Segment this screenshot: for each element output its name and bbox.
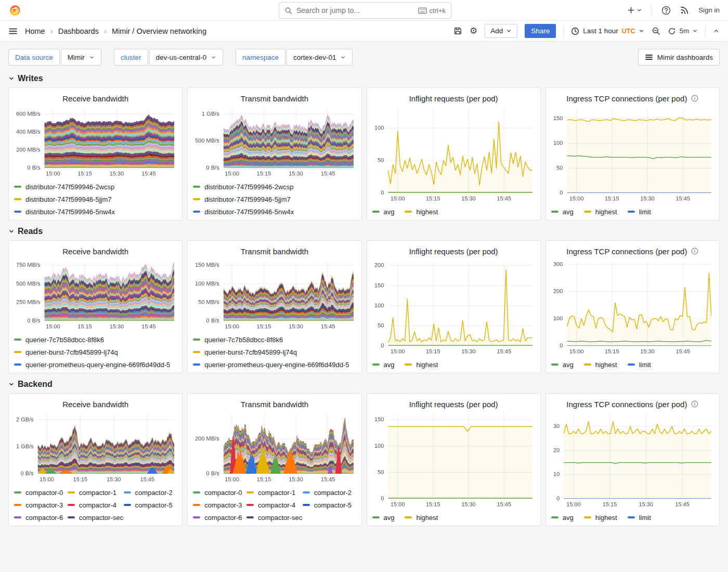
news-button[interactable] bbox=[680, 6, 689, 15]
time-range-picker[interactable]: Last 1 hour UTC bbox=[571, 27, 644, 35]
panel-title[interactable]: Transmit bandwidth bbox=[241, 94, 308, 103]
legend-item[interactable]: highest bbox=[405, 361, 438, 369]
info-icon[interactable] bbox=[691, 400, 698, 408]
legend-item[interactable]: limit bbox=[628, 208, 651, 216]
legend-item[interactable]: highest bbox=[584, 208, 617, 216]
mimir-dashboards-button[interactable]: Mimir dashboards bbox=[638, 49, 720, 66]
question-circle-icon bbox=[661, 6, 671, 15]
search-box[interactable]: ctrl+k bbox=[279, 2, 451, 19]
legend-item[interactable]: compactor-6 bbox=[14, 511, 68, 524]
legend-item[interactable]: avg bbox=[372, 514, 395, 522]
chevron-down-icon bbox=[636, 7, 642, 13]
chart-canvas[interactable] bbox=[14, 410, 177, 484]
legend-item[interactable]: querier-prometheus-query-engine-669f6d49… bbox=[14, 358, 177, 371]
legend-item[interactable]: querier-7c7b58dbcc-8f8k6 bbox=[193, 333, 356, 346]
panel-title[interactable]: Ingress TCP connections (per pod) bbox=[566, 400, 687, 409]
legend-item[interactable]: compactor-5 bbox=[124, 499, 177, 511]
breadcrumb-home[interactable]: Home bbox=[25, 27, 45, 35]
panel-title[interactable]: Receive bandwidth bbox=[62, 94, 128, 103]
legend-item[interactable]: querier-burst-7cfb945899-lj74q bbox=[193, 346, 356, 358]
legend-item[interactable]: querier-burst-7cfb945899-lj74q bbox=[14, 346, 177, 358]
chart-canvas[interactable] bbox=[551, 105, 714, 203]
legend-item[interactable]: avg bbox=[372, 361, 395, 369]
legend-item[interactable]: compactor-4 bbox=[246, 499, 303, 511]
save-dashboard-button[interactable] bbox=[453, 27, 462, 35]
legend-item[interactable]: avg bbox=[551, 514, 574, 522]
legend-item[interactable]: compactor-3 bbox=[193, 499, 246, 511]
legend-item[interactable]: highest bbox=[584, 514, 617, 522]
panel-title[interactable]: Ingress TCP connections (per pod) bbox=[566, 94, 687, 103]
grafana-logo[interactable] bbox=[8, 4, 22, 17]
chart-canvas[interactable] bbox=[14, 257, 177, 331]
panel-title[interactable]: Receive bandwidth bbox=[62, 400, 128, 409]
sign-in-button[interactable]: Sign in bbox=[698, 6, 720, 14]
section-header-writes[interactable]: Writes bbox=[0, 68, 728, 87]
legend-series-marker bbox=[193, 339, 200, 341]
legend-item[interactable]: compactor-secondary-0 bbox=[246, 511, 303, 524]
legend-item[interactable]: avg bbox=[551, 208, 574, 216]
legend-item[interactable]: distributor-747f599946-5nw4x bbox=[14, 205, 177, 218]
datasource-select[interactable]: Mimir bbox=[61, 49, 101, 66]
legend-item[interactable]: compactor-6 bbox=[193, 511, 246, 524]
chart-canvas[interactable] bbox=[193, 257, 356, 331]
legend-item[interactable]: compactor-0 bbox=[193, 486, 246, 499]
legend-item[interactable]: distributor-747f599946-5jjm7 bbox=[193, 193, 356, 205]
legend-item[interactable]: limit bbox=[628, 361, 651, 369]
chart-canvas[interactable] bbox=[372, 257, 535, 356]
chart-canvas[interactable] bbox=[372, 105, 535, 203]
section-header-reads[interactable]: Reads bbox=[0, 220, 728, 240]
legend-item[interactable]: avg bbox=[551, 361, 574, 369]
search-input[interactable] bbox=[296, 6, 414, 15]
legend-item[interactable]: distributor-747f599946-2wcsp bbox=[14, 180, 177, 193]
collapse-toolbar-button[interactable] bbox=[713, 28, 720, 34]
panel-title[interactable]: Transmit bandwidth bbox=[241, 247, 308, 256]
legend-item[interactable]: compactor-0 bbox=[14, 486, 68, 499]
chart-canvas[interactable] bbox=[551, 257, 714, 356]
chart-canvas[interactable] bbox=[551, 410, 714, 509]
legend-item[interactable]: avg bbox=[372, 208, 395, 216]
panel-title[interactable]: Inflight requests (per pod) bbox=[409, 400, 498, 409]
legend-item[interactable]: highest bbox=[405, 208, 438, 216]
chart-canvas[interactable] bbox=[14, 105, 177, 178]
dashboard-settings-button[interactable]: ⚙ bbox=[470, 27, 477, 35]
legend-series-marker bbox=[551, 211, 558, 213]
cluster-select[interactable]: dev-us-central-0 bbox=[149, 49, 224, 66]
refresh-button[interactable]: 5m bbox=[668, 27, 698, 35]
legend-item[interactable]: limit bbox=[628, 514, 651, 522]
share-button[interactable]: Share bbox=[525, 24, 556, 38]
legend-item[interactable]: compactor-5 bbox=[303, 499, 356, 511]
legend-item[interactable]: compactor-2 bbox=[303, 486, 356, 499]
legend-item[interactable]: compactor-2 bbox=[124, 486, 177, 499]
panel-writes-receive-bandwidth: Receive bandwidth distributor-747f599946… bbox=[8, 87, 183, 220]
legend-item[interactable]: compactor-1 bbox=[246, 486, 303, 499]
legend-item[interactable]: querier-prometheus-query-engine-669f6d49… bbox=[193, 358, 356, 371]
chart-canvas[interactable] bbox=[193, 410, 356, 484]
legend-item[interactable]: highest bbox=[405, 514, 438, 522]
panel-title[interactable]: Receive bandwidth bbox=[62, 247, 128, 256]
legend-item[interactable]: compactor-1 bbox=[68, 486, 124, 499]
chart-canvas[interactable] bbox=[193, 105, 356, 178]
add-button[interactable]: Add bbox=[485, 24, 517, 38]
panel-title[interactable]: Ingress TCP connections (per pod) bbox=[566, 247, 687, 256]
panel-title[interactable]: Inflight requests (per pod) bbox=[409, 247, 498, 256]
section-header-backend[interactable]: Backend bbox=[0, 373, 728, 393]
info-icon[interactable] bbox=[691, 248, 698, 255]
legend-item[interactable]: distributor-747f599946-5jjm7 bbox=[14, 193, 177, 205]
zoom-out-button[interactable] bbox=[652, 27, 660, 35]
panel-title[interactable]: Transmit bandwidth bbox=[241, 400, 308, 409]
info-icon[interactable] bbox=[691, 95, 698, 102]
legend-item[interactable]: querier-7c7b58dbcc-8f8k6 bbox=[14, 333, 177, 346]
mega-menu-button[interactable] bbox=[8, 27, 18, 36]
new-menu-button[interactable] bbox=[627, 6, 642, 14]
legend-item[interactable]: highest bbox=[584, 361, 617, 369]
help-button[interactable] bbox=[661, 6, 671, 15]
legend-item[interactable]: compactor-secondary-0 bbox=[68, 511, 124, 524]
breadcrumb-dashboards[interactable]: Dashboards bbox=[58, 27, 99, 35]
chart-canvas[interactable] bbox=[372, 410, 535, 509]
legend-item[interactable]: compactor-4 bbox=[68, 499, 124, 511]
legend-item[interactable]: distributor-747f599946-2wcsp bbox=[193, 180, 356, 193]
panel-title[interactable]: Inflight requests (per pod) bbox=[409, 94, 498, 103]
legend-item[interactable]: compactor-3 bbox=[14, 499, 68, 511]
namespace-select[interactable]: cortex-dev-01 bbox=[287, 49, 353, 66]
legend-item[interactable]: distributor-747f599946-5nw4x bbox=[193, 205, 356, 218]
